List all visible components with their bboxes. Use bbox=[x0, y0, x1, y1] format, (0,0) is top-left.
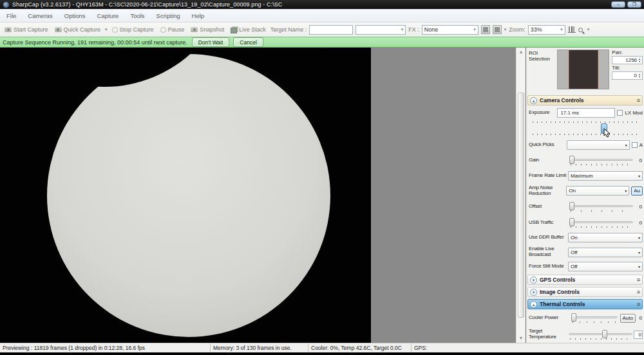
menu-help[interactable]: Help bbox=[192, 12, 205, 19]
capture-sequence-message: Capture Sequence Running, 191 remaining,… bbox=[3, 39, 187, 46]
spinner-arrows-icon[interactable]: ▲▼ bbox=[638, 73, 641, 77]
roi-selection-row: ROI Selection Pan: 1256 ▲▼ Tilt: 0 ▲▼ bbox=[526, 48, 644, 94]
zoom-combo[interactable]: 33%▾ bbox=[528, 25, 565, 35]
image-controls-header[interactable]: ▼ Image Controls ≡ bbox=[527, 287, 643, 297]
slider-ticks bbox=[571, 164, 632, 165]
minimize-button[interactable]: – bbox=[611, 1, 625, 8]
quick-picks-combo[interactable]: ▾ bbox=[567, 140, 630, 150]
quick-picks-row: Quick Picks ▾ A bbox=[526, 138, 644, 152]
cooler-power-slider[interactable] bbox=[570, 313, 619, 323]
usb-traffic-slider[interactable] bbox=[568, 217, 634, 228]
ddr-buffer-combo[interactable]: On▾ bbox=[568, 233, 643, 242]
slider-ticks bbox=[571, 210, 632, 212]
live-broadcast-label: Enable Live Broadcast bbox=[529, 246, 568, 258]
expand-chevron-icon[interactable]: ▼ bbox=[530, 277, 537, 284]
chevron-down-icon: ▾ bbox=[625, 143, 627, 147]
collapse-chevron-icon[interactable]: ▲ bbox=[530, 301, 537, 308]
quick-picks-auto-checkbox[interactable] bbox=[632, 142, 638, 148]
cooler-power-slider-thumb[interactable] bbox=[571, 313, 576, 322]
target-name-combo[interactable]: ▾ bbox=[355, 25, 406, 35]
slider-ticks bbox=[571, 226, 632, 228]
target-name-input[interactable] bbox=[309, 25, 353, 35]
quick-capture-dropdown-icon[interactable]: ▾ bbox=[105, 27, 108, 32]
live-stack-button[interactable]: Live Stack bbox=[229, 26, 268, 34]
camera-controls-header[interactable]: ▲ Camera Controls ≡ bbox=[527, 95, 643, 105]
target-temperature-slider[interactable] bbox=[567, 329, 634, 340]
pan-spinner[interactable]: 1256 ▲▼ bbox=[612, 56, 643, 64]
fx-option-button-1[interactable] bbox=[481, 25, 490, 34]
magnifier-icon[interactable] bbox=[578, 28, 583, 32]
menu-options[interactable]: Options bbox=[64, 12, 86, 19]
exposure-slider[interactable] bbox=[529, 120, 643, 138]
stop-capture-button[interactable]: Stop Capture bbox=[110, 26, 156, 33]
menu-capture[interactable]: Capture bbox=[97, 12, 119, 19]
ddr-buffer-label: Use DDR Buffer bbox=[529, 235, 568, 241]
expand-chevron-icon[interactable]: ▼ bbox=[530, 289, 537, 296]
quick-capture-button[interactable]: Quick Capture bbox=[53, 26, 103, 33]
scroll-up-icon[interactable]: ▲ bbox=[516, 48, 526, 57]
section-menu-icon[interactable]: ≡ bbox=[637, 289, 640, 295]
fx-option-button-2[interactable] bbox=[493, 25, 502, 34]
spinner-arrows-icon[interactable]: ▲▼ bbox=[638, 58, 641, 62]
exposure-label: Exposure bbox=[529, 110, 557, 116]
force-still-combo[interactable]: Off▾ bbox=[568, 262, 643, 271]
snapshot-button[interactable]: Snapshot bbox=[189, 26, 226, 33]
lx-mode-checkbox[interactable] bbox=[617, 110, 623, 116]
live-broadcast-combo[interactable]: Off▾ bbox=[568, 248, 643, 257]
video-letterbox-strip bbox=[0, 352, 644, 355]
amp-noise-auto-button[interactable]: Au bbox=[631, 187, 643, 196]
cooler-auto-button[interactable]: Auto bbox=[620, 314, 636, 323]
panel-scrollbar[interactable]: ▲ ▼ bbox=[516, 48, 526, 343]
camera-icon bbox=[55, 27, 62, 32]
title-bar: SharpCap (v3.2.6137) - QHY163M - C:\SC\2… bbox=[0, 0, 644, 9]
roi-preview-thumbnail[interactable] bbox=[557, 50, 610, 89]
scroll-down-icon[interactable]: ▼ bbox=[516, 334, 526, 343]
histogram-icon[interactable] bbox=[568, 26, 576, 33]
gps-controls-header[interactable]: ▼ GPS Controls ≡ bbox=[527, 275, 643, 285]
cancel-button[interactable]: Cancel bbox=[234, 38, 262, 46]
quick-picks-auto-label: A bbox=[639, 142, 643, 148]
menu-scripting[interactable]: Scripting bbox=[156, 12, 180, 19]
pause-button[interactable]: Pause bbox=[158, 26, 187, 33]
start-capture-button[interactable]: Start Capture bbox=[3, 26, 50, 33]
section-menu-icon[interactable]: ≡ bbox=[637, 277, 640, 282]
target-name-label: Target Name : bbox=[270, 26, 307, 33]
amp-noise-label: Amp Noise Reduction bbox=[529, 185, 566, 197]
collapse-chevron-icon[interactable]: ▲ bbox=[530, 97, 537, 104]
section-menu-icon[interactable]: ≡ bbox=[637, 98, 640, 103]
target-temperature-slider-thumb[interactable] bbox=[602, 330, 607, 338]
app-icon bbox=[3, 2, 9, 8]
scrollbar-thumb[interactable] bbox=[518, 93, 524, 318]
menu-file[interactable]: File bbox=[6, 12, 16, 19]
tilt-label: Tilt: bbox=[612, 65, 643, 71]
thermal-controls-header[interactable]: ▲ Thermal Controls ≡ bbox=[527, 299, 643, 309]
frame-rate-row: Frame Rate Limit Maximum▾ bbox=[526, 168, 644, 183]
cooler-power-row: Cooler Power Auto 0 bbox=[526, 310, 644, 326]
restore-button[interactable]: ❐ bbox=[627, 1, 641, 8]
menu-tools[interactable]: Tools bbox=[130, 12, 144, 19]
magnifier-dropdown-icon[interactable]: ▾ bbox=[587, 27, 590, 32]
dont-wait-button[interactable]: Don't Wait bbox=[193, 38, 229, 46]
slider-ticks bbox=[533, 122, 639, 123]
gain-slider[interactable] bbox=[568, 155, 634, 166]
exposure-value-input[interactable]: 17.1 ms bbox=[557, 108, 615, 118]
menu-cameras[interactable]: Cameras bbox=[28, 12, 53, 19]
frame-rate-combo[interactable]: Maximum▾ bbox=[568, 171, 643, 181]
gain-slider-thumb[interactable] bbox=[569, 156, 574, 164]
slider-ticks bbox=[573, 322, 617, 323]
status-cooler: Cooler: 0%, Temp 42.6C, Target 0.0C bbox=[308, 343, 412, 352]
offset-slider[interactable] bbox=[568, 201, 634, 212]
chevron-down-icon: ▾ bbox=[638, 250, 640, 255]
capture-sequence-banner: Capture Sequence Running, 191 remaining,… bbox=[0, 37, 644, 48]
usb-traffic-slider-thumb[interactable] bbox=[569, 218, 574, 226]
image-viewport[interactable] bbox=[0, 48, 371, 343]
chevron-down-icon: ▾ bbox=[625, 188, 627, 193]
fx-options-dropdown-icon[interactable]: ▾ bbox=[504, 27, 507, 32]
fx-combo[interactable]: None▾ bbox=[422, 25, 478, 35]
lx-mode-label: LX Mod bbox=[625, 110, 643, 116]
offset-value: 0 bbox=[634, 204, 643, 210]
section-menu-icon[interactable]: ≡ bbox=[637, 302, 640, 307]
amp-noise-combo[interactable]: On▾ bbox=[566, 186, 629, 196]
tilt-spinner[interactable]: 0 ▲▼ bbox=[612, 71, 643, 80]
offset-slider-thumb[interactable] bbox=[569, 202, 574, 210]
